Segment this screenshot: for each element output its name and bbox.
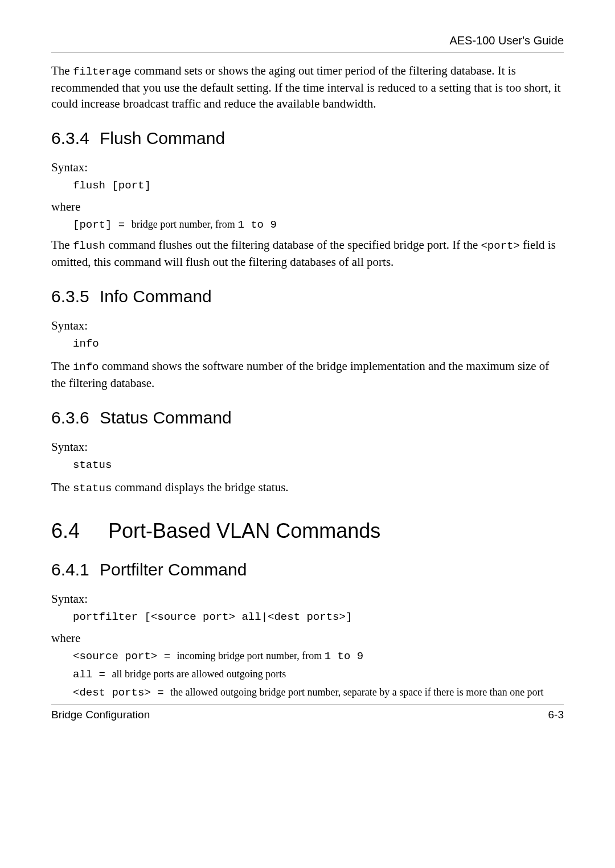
footer-rule bbox=[51, 705, 564, 705]
section-title: Info Command bbox=[100, 287, 212, 306]
def-all: all = all bridge ports are allowed outgo… bbox=[73, 668, 564, 681]
text: command shows the software number of the… bbox=[51, 359, 549, 390]
text: The bbox=[51, 64, 73, 77]
section-number: 6.3.6 bbox=[51, 408, 100, 427]
code-status-inline: status bbox=[73, 482, 112, 495]
code-info-inline: info bbox=[73, 361, 99, 373]
def-source-port: <source port> = incoming bridge port num… bbox=[73, 650, 564, 663]
heading-flush-command: 6.3.4Flush Command bbox=[51, 129, 564, 148]
eq: = bbox=[92, 668, 112, 681]
text: command displays the bridge status. bbox=[112, 480, 288, 494]
text: The bbox=[51, 359, 73, 373]
section-number: 6.3.4 bbox=[51, 129, 100, 148]
def-code: <dest ports> bbox=[73, 686, 151, 699]
syntax-label: Syntax: bbox=[51, 592, 564, 606]
def-text: incoming bridge port number, from bbox=[177, 650, 324, 661]
heading-port-based-vlan: 6.4Port-Based VLAN Commands bbox=[51, 519, 564, 543]
code-info: info bbox=[73, 338, 564, 350]
syntax-label: Syntax: bbox=[51, 319, 564, 333]
flush-description: The flush command flushes out the filter… bbox=[51, 237, 564, 270]
code-filterage: filterage bbox=[73, 65, 132, 78]
def-range: 1 to 9 bbox=[325, 650, 363, 663]
text: The bbox=[51, 238, 73, 252]
code-port-inline: <port> bbox=[481, 240, 519, 252]
def-code: all bbox=[73, 668, 92, 681]
section-title: Port-Based VLAN Commands bbox=[108, 519, 380, 542]
eq: = bbox=[112, 219, 131, 231]
footer-left: Bridge Configuration bbox=[51, 709, 150, 721]
code-status: status bbox=[73, 459, 564, 471]
section-title: Status Command bbox=[100, 408, 232, 427]
info-description: The info command shows the software numb… bbox=[51, 358, 564, 391]
def-range: 1 to 9 bbox=[237, 219, 276, 231]
code-flush: flush [port] bbox=[73, 179, 564, 192]
section-title: Portfilter Command bbox=[100, 560, 247, 579]
def-port: [port] = bridge port number, from 1 to 9 bbox=[73, 219, 564, 231]
def-text: the allowed outgoing bridge port number,… bbox=[170, 686, 544, 698]
code-flush-inline: flush bbox=[73, 240, 105, 252]
def-dest-ports: <dest ports> = the allowed outgoing brid… bbox=[73, 686, 564, 699]
code-portfilter: portfilter [<source port> all|<dest port… bbox=[73, 611, 564, 623]
heading-portfilter-command: 6.4.1Portfilter Command bbox=[51, 560, 564, 579]
page-header: AES-100 User's Guide bbox=[51, 34, 564, 47]
def-code: [port] bbox=[73, 219, 112, 231]
footer-right: 6-3 bbox=[548, 709, 564, 721]
header-rule bbox=[51, 52, 564, 52]
def-text: bridge port number, from bbox=[132, 219, 238, 230]
eq: = bbox=[151, 686, 170, 699]
page-footer: Bridge Configuration 6-3 bbox=[51, 709, 564, 721]
syntax-label: Syntax: bbox=[51, 440, 564, 454]
def-code: <source port> bbox=[73, 650, 157, 663]
section-number: 6.4 bbox=[51, 519, 108, 543]
where-label: where bbox=[51, 200, 564, 214]
status-description: The status command displays the bridge s… bbox=[51, 479, 564, 496]
section-number: 6.4.1 bbox=[51, 560, 100, 579]
heading-status-command: 6.3.6Status Command bbox=[51, 408, 564, 427]
section-number: 6.3.5 bbox=[51, 287, 100, 306]
text: command flushes out the filtering databa… bbox=[105, 238, 481, 252]
def-text: all bridge ports are allowed outgoing po… bbox=[112, 668, 286, 680]
section-title: Flush Command bbox=[100, 129, 225, 147]
heading-info-command: 6.3.5Info Command bbox=[51, 287, 564, 306]
where-label: where bbox=[51, 631, 564, 645]
intro-paragraph: The filterage command sets or shows the … bbox=[51, 63, 564, 112]
text: The bbox=[51, 480, 73, 494]
eq: = bbox=[157, 650, 177, 663]
syntax-label: Syntax: bbox=[51, 161, 564, 175]
